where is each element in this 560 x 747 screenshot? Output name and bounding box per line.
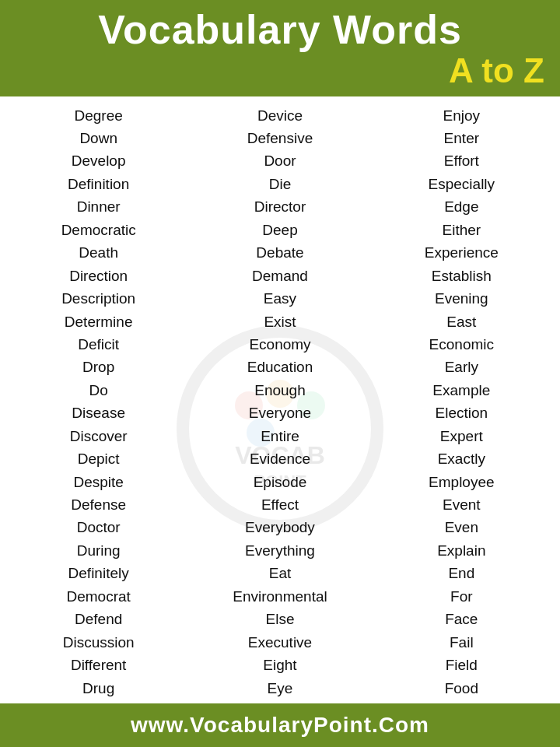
word-item: Else (266, 608, 295, 630)
word-item: Election (436, 402, 488, 424)
word-column-2: DeviceDefensiveDoorDieDirectorDeepDebate… (189, 104, 370, 700)
word-item: Discussion (63, 631, 135, 654)
word-item: Do (89, 379, 108, 402)
word-item: Exactly (438, 447, 485, 470)
word-item: Despite (73, 471, 123, 493)
word-item: Establish (432, 265, 492, 287)
word-item: Effect (261, 493, 299, 516)
word-item: Debate (256, 241, 303, 264)
word-item: East (446, 310, 476, 333)
word-item: Eye (268, 677, 293, 700)
word-item: Employee (429, 471, 495, 493)
word-item: Field (446, 654, 478, 676)
word-item: Dinner (77, 195, 121, 218)
word-item: Death (79, 241, 118, 264)
word-item: Either (443, 219, 481, 241)
word-item: Economy (249, 333, 310, 356)
word-item: Executive (248, 631, 312, 654)
word-item: Door (264, 149, 296, 172)
word-item: Democrat (66, 585, 130, 608)
header: Vocabulary Words A to Z (0, 0, 560, 96)
word-item: Eight (263, 654, 296, 676)
word-item: Expert (440, 425, 483, 447)
word-item: Episode (254, 471, 307, 493)
word-item: Exist (264, 310, 296, 333)
word-item: Deep (262, 219, 297, 241)
word-item: For (450, 585, 473, 608)
word-item: Deficit (78, 333, 119, 356)
word-item: Explain (437, 539, 485, 562)
word-item: Degree (75, 104, 123, 127)
word-item: Experience (425, 241, 499, 264)
word-item: Device (257, 104, 303, 127)
header-title: Vocabulary Words (16, 8, 544, 52)
word-item: Disease (72, 402, 125, 424)
word-item: Face (445, 608, 478, 630)
footer: www.VocabularyPoint.Com (0, 703, 560, 747)
word-item: Doctor (77, 516, 121, 538)
word-item: Example (432, 379, 490, 402)
word-item: End (448, 562, 474, 584)
word-columns: DegreeDownDevelopDefinitionDinnerDemocra… (0, 104, 560, 700)
word-item: Definitely (68, 562, 129, 584)
word-item: Down (79, 127, 117, 149)
word-item: Different (71, 654, 126, 676)
word-item: Enough (254, 379, 306, 402)
word-item: Education (247, 356, 313, 378)
word-item: Everybody (245, 516, 315, 538)
word-item: Die (269, 173, 292, 195)
word-item: Economic (429, 333, 494, 356)
footer-url: www.VocabularyPoint.Com (16, 713, 544, 738)
word-item: Everyone (249, 402, 311, 424)
word-item: Determine (65, 310, 133, 333)
word-item: Defense (71, 493, 126, 516)
word-item: Entire (261, 425, 299, 447)
word-column-3: EnjoyEnterEffortEspeciallyEdgeEitherExpe… (371, 104, 552, 700)
word-item: Defend (75, 608, 122, 630)
word-item: Enjoy (443, 104, 481, 127)
word-item: Event (443, 493, 481, 516)
word-item: Direction (69, 265, 128, 287)
word-item: Effort (444, 149, 479, 172)
word-item: Food (445, 677, 478, 700)
word-item: Environmental (233, 585, 327, 608)
word-item: Early (445, 356, 478, 378)
word-item: Description (61, 287, 135, 310)
word-item: Depict (78, 447, 120, 470)
word-item: Discover (70, 425, 128, 447)
header-subtitle: A to Z (16, 52, 544, 89)
word-item: Director (254, 195, 306, 218)
word-item: Edge (444, 195, 478, 218)
word-item: Develop (72, 149, 126, 172)
word-item: Drop (82, 356, 114, 378)
word-item: Drug (82, 677, 114, 700)
word-item: Defensive (247, 127, 313, 149)
word-item: Evidence (250, 447, 310, 470)
word-column-1: DegreeDownDevelopDefinitionDinnerDemocra… (8, 104, 189, 700)
word-item: Eat (269, 562, 292, 584)
word-item: During (77, 539, 121, 562)
word-item: Democratic (61, 219, 136, 241)
word-item: Fail (450, 631, 474, 654)
word-item: Easy (264, 287, 296, 310)
word-item: Demand (252, 265, 308, 287)
word-item: Especially (429, 173, 495, 195)
word-item: Even (445, 516, 478, 538)
word-item: Everything (245, 539, 315, 562)
word-item: Evening (435, 287, 488, 310)
word-item: Definition (68, 173, 129, 195)
content-area: VOCAB POINT DegreeDownDevelopDefinitionD… (0, 96, 560, 747)
word-item: Enter (444, 127, 479, 149)
